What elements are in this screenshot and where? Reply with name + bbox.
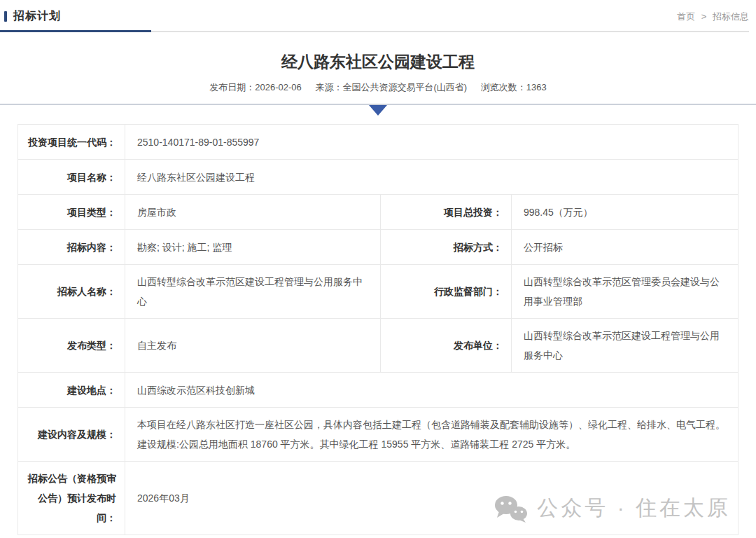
row-label: 建设内容及规模：	[18, 408, 125, 461]
row-label: 招标人名称：	[18, 265, 125, 318]
source: 来源：全国公共资源交易平台(山西省)	[315, 82, 467, 92]
row-label: 招标内容：	[18, 230, 125, 264]
row-value: 自主发布	[125, 319, 381, 372]
row-label: 招标公告（资格预审公告）预计发布时间：	[18, 462, 125, 534]
row-value-2: 山西转型综合改革示范区建设工程管理与公用服务中心	[512, 319, 738, 372]
row-label-2: 发布单位：	[381, 319, 512, 372]
row-label: 项目名称：	[18, 160, 125, 194]
breadcrumb: 首页 > 招标信息	[677, 11, 749, 23]
row-value: 勘察; 设计; 施工; 监理	[125, 230, 381, 264]
row-label: 发布类型：	[18, 319, 125, 372]
breadcrumb-separator: >	[701, 11, 707, 22]
publish-date: 发布日期：2026-02-06	[209, 82, 302, 92]
row-label: 建设地点：	[18, 373, 125, 407]
section-title: 招标计划	[13, 9, 61, 24]
section-underline	[4, 31, 749, 32]
row-label-2: 招标方式：	[381, 230, 512, 264]
table-row: 招标内容： 勘察; 设计; 施工; 监理 招标方式： 公开招标	[18, 230, 738, 265]
row-label: 投资项目统一代码：	[18, 125, 125, 159]
row-value: 经八路东社区公园建设工程	[125, 160, 738, 194]
table-row: 建设地点： 山西综改示范区科技创新城	[18, 373, 738, 408]
row-value-2: 公开招标	[512, 230, 738, 264]
triangle-down-icon	[369, 105, 387, 116]
main-content: 经八路东社区公园建设工程 发布日期：2026-02-06 来源：全国公共资源交易…	[0, 51, 756, 535]
table-row: 建设内容及规模： 本项目在经八路东社区打造一座社区公园，具体内容包括土建工程（包…	[18, 408, 738, 462]
row-value-2: 998.45（万元）	[512, 195, 738, 229]
row-label-2: 项目总投资：	[381, 195, 512, 229]
row-value: 2026年03月	[125, 462, 738, 534]
row-value: 山西综改示范区科技创新城	[125, 373, 738, 407]
row-value: 山西转型综合改革示范区建设工程管理与公用服务中心	[125, 265, 381, 318]
table-row: 发布类型： 自主发布 发布单位： 山西转型综合改革示范区建设工程管理与公用服务中…	[18, 319, 738, 373]
row-value-2: 山西转型综合改革示范区管理委员会建设与公用事业管理部	[512, 265, 738, 318]
row-value: 本项目在经八路东社区打造一座社区公园，具体内容包括土建工程（包含道路铺装及配套辅…	[125, 408, 738, 461]
section-divider	[0, 104, 756, 105]
info-table: 投资项目统一代码： 2510-140171-89-01-855997 项目名称：…	[18, 124, 738, 535]
table-row: 项目类型： 房屋市政 项目总投资： 998.45（万元）	[18, 195, 738, 230]
table-row: 招标公告（资格预审公告）预计发布时间： 2026年03月	[18, 462, 738, 534]
table-row: 招标人名称： 山西转型综合改革示范区建设工程管理与公用服务中心 行政监督部门： …	[18, 265, 738, 319]
row-value: 2510-140171-89-01-855997	[125, 125, 738, 159]
breadcrumb-home-link[interactable]: 首页	[677, 11, 695, 22]
page-title: 经八路东社区公园建设工程	[0, 51, 756, 73]
row-label-2: 行政监督部门：	[381, 265, 512, 318]
table-row: 项目名称： 经八路东社区公园建设工程	[18, 160, 738, 195]
section-accent-bar	[4, 11, 7, 22]
table-row: 投资项目统一代码： 2510-140171-89-01-855997	[18, 125, 738, 160]
view-count: 浏览次数：1363	[481, 82, 547, 92]
row-label: 项目类型：	[18, 195, 125, 229]
header: 招标计划 首页 > 招标信息	[0, 0, 756, 32]
row-value: 房屋市政	[125, 195, 381, 229]
article-meta: 发布日期：2026-02-06 来源：全国公共资源交易平台(山西省) 浏览次数：…	[0, 81, 756, 94]
breadcrumb-current-link[interactable]: 招标信息	[713, 11, 749, 22]
